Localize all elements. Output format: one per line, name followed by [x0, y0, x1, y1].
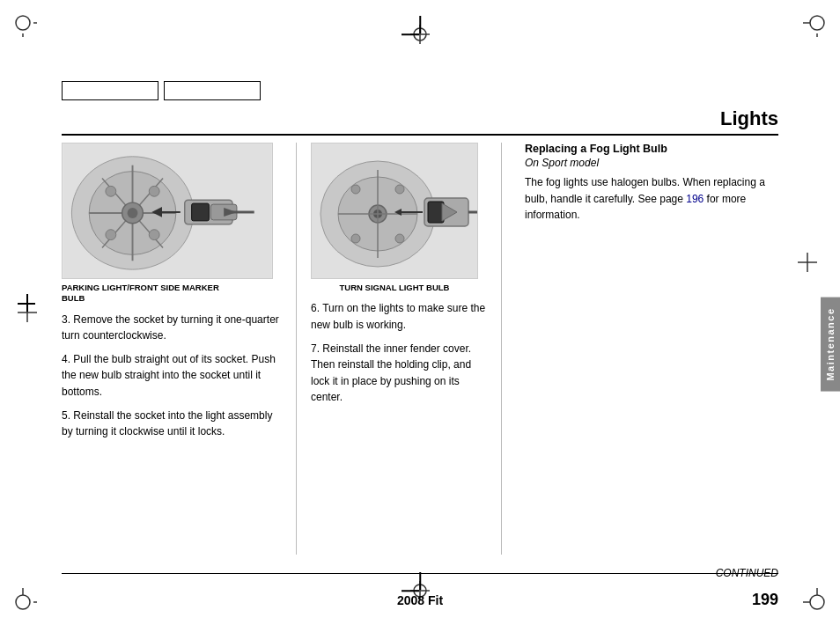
svg-point-30: [128, 208, 138, 218]
svg-point-52: [395, 185, 404, 194]
step-6: 6. Turn on the lights to make sure the n…: [311, 300, 487, 333]
svg-point-51: [351, 185, 360, 194]
tab-btn-2[interactable]: [164, 81, 261, 100]
turn-signal-label: TURN SIGNAL LIGHT BULB: [311, 283, 478, 293]
step-6-text: 6. Turn on the lights to make sure the n…: [311, 302, 485, 331]
svg-point-35: [149, 186, 159, 196]
title-rule: [62, 134, 778, 136]
parking-light-diagram: [62, 143, 273, 279]
step-7-text: 7. Reinstall the inner fender cover. The…: [311, 342, 471, 404]
reg-mark-bl: [14, 588, 37, 611]
tab-btn-1[interactable]: [62, 81, 158, 100]
step-7: 7. Reinstall the inner fender cover. The…: [311, 341, 487, 406]
svg-point-37: [149, 230, 159, 240]
divider: [296, 143, 297, 555]
cross-top: [410, 25, 430, 44]
left-steps: 3. Remove the socket by turning it one-q…: [62, 312, 282, 440]
svg-rect-48: [428, 202, 444, 223]
side-mark-left: [18, 303, 37, 322]
svg-rect-38: [192, 203, 210, 221]
svg-point-36: [106, 230, 116, 240]
step-4-text: 4. Pull the bulb straight out of its soc…: [62, 353, 276, 398]
svg-point-34: [106, 186, 116, 196]
fog-link[interactable]: 196: [686, 193, 704, 205]
reg-mark-br: [803, 588, 826, 611]
step-4: 4. Pull the bulb straight out of its soc…: [62, 351, 282, 401]
footer: 2008 Fit 199: [62, 591, 778, 609]
reg-mark-tl: [14, 14, 37, 37]
svg-point-3: [810, 16, 824, 30]
reg-mark-tr: [803, 14, 826, 37]
svg-point-0: [16, 16, 30, 30]
mid-column: TURN SIGNAL LIGHT BULB 6. Turn on the li…: [311, 143, 487, 555]
fog-light-body: The fog lights use halogen bulbs. When r…: [525, 174, 778, 224]
maintenance-tab: Maintenance: [821, 297, 840, 391]
step-3: 3. Remove the socket by turning it one-q…: [62, 312, 282, 344]
content-area: PARKING LIGHT/FRONT SIDE MARKER BULB 3. …: [62, 143, 778, 555]
page-number: 199: [752, 591, 778, 609]
step-3-text: 3. Remove the socket by turning it one-q…: [62, 313, 279, 342]
svg-point-9: [810, 595, 824, 609]
right-column: Replacing a Fog Light Bulb On Sport mode…: [516, 143, 778, 555]
parking-light-label: PARKING LIGHT/FRONT SIDE MARKER BULB: [62, 283, 282, 305]
svg-point-6: [16, 595, 30, 609]
mid-steps: 6. Turn on the lights to make sure the n…: [311, 300, 487, 406]
fog-light-title: Replacing a Fog Light Bulb: [525, 143, 778, 155]
page-title: Lights: [720, 107, 778, 130]
left-column: PARKING LIGHT/FRONT SIDE MARKER BULB 3. …: [62, 143, 282, 555]
step-5: 5. Reinstall the socket into the light a…: [62, 408, 282, 440]
side-mark-right: [798, 253, 817, 272]
footer-rule: [62, 573, 778, 574]
svg-point-54: [395, 234, 404, 243]
footer-center: 2008 Fit: [397, 593, 443, 607]
divider-2: [501, 143, 502, 555]
top-tabs: [62, 81, 261, 100]
fog-light-subtitle: On Sport model: [525, 157, 778, 169]
svg-point-53: [351, 234, 360, 243]
turn-signal-diagram: [311, 143, 478, 279]
step-5-text: 5. Reinstall the socket into the light a…: [62, 409, 272, 438]
